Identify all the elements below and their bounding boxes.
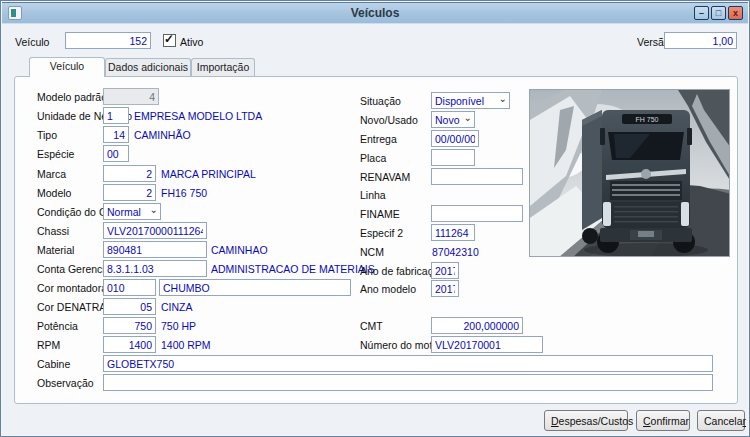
ativo-checkbox[interactable]: ✓ (163, 34, 176, 47)
rpm-input[interactable] (103, 336, 156, 353)
finame-input[interactable] (431, 205, 523, 222)
cancelar-pre: Cancela (704, 415, 743, 427)
especie-input[interactable] (103, 145, 129, 162)
tipo-input[interactable] (103, 126, 129, 143)
situacao-label: Situação (360, 95, 401, 107)
linha-label: Linha (360, 189, 386, 201)
novo-usado-value: Novo (435, 114, 460, 126)
despesas-custos-mnemonic: D (551, 415, 559, 427)
observacao-label: Observação (37, 377, 94, 389)
maximize-button[interactable]: □ (711, 6, 726, 20)
marca-input[interactable] (103, 165, 156, 182)
novo-usado-select[interactable]: Novo ⌄ (431, 111, 475, 128)
close-button[interactable]: x (728, 6, 743, 20)
window-title: Veículos (2, 6, 748, 20)
cor-montadora-code-input[interactable] (103, 279, 156, 296)
chevron-down-icon: ⌄ (464, 112, 472, 123)
rpm-label: RPM (37, 339, 60, 351)
chassi-input[interactable] (103, 222, 207, 239)
cancelar-mnemonic: r (743, 415, 747, 427)
entrega-input[interactable] (431, 130, 479, 147)
tab-veiculo[interactable]: Veículo (29, 57, 105, 77)
modelo-label: Modelo (37, 187, 71, 199)
tab-importacao[interactable]: Importação (191, 58, 255, 76)
cabine-input[interactable] (103, 355, 713, 372)
vehicle-photo: FH 750 (529, 89, 730, 257)
truck-roof-badge: FH 750 (636, 116, 659, 123)
check-icon: ✓ (164, 32, 174, 46)
vehicle-window: Veículos – □ x Veículo ✓ Ativo Versão Ve… (0, 0, 750, 437)
finame-label: FINAME (360, 208, 400, 220)
confirmar-rest: onfirmar (651, 415, 690, 427)
situacao-value: Disponível (435, 95, 484, 107)
vehicle-id-input[interactable] (65, 32, 151, 49)
vehicle-label: Veículo (15, 36, 49, 48)
confirmar-mnemonic: C (643, 415, 651, 427)
ano-modelo-input[interactable] (431, 280, 459, 297)
cmt-input[interactable] (431, 317, 523, 334)
cor-montadora-label: Cor montadora (37, 282, 107, 294)
modelo-desc: FH16 750 (161, 187, 207, 199)
condicao-chassi-value: Normal (107, 206, 141, 218)
modelo-padrao-input (103, 88, 159, 105)
window-controls: – □ x (694, 6, 743, 20)
ncm-value: 87042310 (432, 246, 479, 258)
chevron-down-icon: ⌄ (499, 93, 507, 104)
marca-desc: MARCA PRINCIPAL (161, 168, 256, 180)
potencia-label: Potência (37, 320, 78, 332)
cor-denatran-desc: CINZA (161, 301, 193, 313)
unidade-negocio-input[interactable] (103, 107, 129, 124)
observacao-input[interactable] (103, 374, 713, 391)
conta-gerencial-input[interactable] (103, 260, 207, 277)
despesas-custos-button[interactable]: Despesas/Custos (544, 410, 628, 431)
chevron-down-icon: ⌄ (150, 204, 158, 215)
material-input[interactable] (103, 241, 207, 258)
ano-fabricacao-input[interactable] (431, 262, 459, 279)
tipo-desc: CAMINHÃO (134, 129, 191, 141)
numero-motor-label: Número do motor (360, 339, 442, 351)
especif2-input[interactable] (431, 224, 475, 241)
cancelar-button[interactable]: Cancelar (697, 410, 745, 431)
cmt-label: CMT (360, 320, 383, 332)
potencia-input[interactable] (103, 317, 156, 334)
placa-input[interactable] (431, 149, 475, 166)
situacao-select[interactable]: Disponível ⌄ (431, 92, 510, 109)
tipo-label: Tipo (37, 129, 57, 141)
material-label: Material (37, 244, 74, 256)
entrega-label: Entrega (360, 133, 397, 145)
renavam-label: RENAVAM (360, 171, 410, 183)
ano-modelo-label: Ano modelo (360, 283, 416, 295)
modelo-padrao-label: Modelo padrão (37, 91, 107, 103)
modelo-input[interactable] (103, 184, 156, 201)
rpm-desc: 1400 RPM (161, 339, 211, 351)
material-desc: CAMINHAO (211, 244, 268, 256)
renavam-input[interactable] (431, 168, 523, 185)
ncm-label: NCM (360, 246, 384, 258)
despesas-custos-rest: espesas/Custos (559, 415, 634, 427)
titlebar: Veículos – □ x (2, 2, 748, 24)
potencia-desc: 750 HP (161, 320, 196, 332)
cor-montadora-name-input[interactable] (159, 279, 351, 296)
numero-motor-input[interactable] (431, 336, 543, 353)
minimize-button[interactable]: – (694, 6, 709, 20)
especie-label: Espécie (37, 148, 74, 160)
conta-gerencial-desc: ADMINISTRACAO DE MATERIAIS (211, 263, 375, 275)
confirmar-button[interactable]: Confirmar (636, 410, 690, 431)
chassi-label: Chassi (37, 225, 69, 237)
tab-dados-adicionais[interactable]: Dados adicionais (105, 58, 191, 76)
unidade-negocio-desc: EMPRESA MODELO LTDA (134, 110, 262, 122)
especif2-label: Especif 2 (360, 227, 403, 239)
conta-gerencial-label: Conta Gerencial (37, 263, 113, 275)
novo-usado-label: Novo/Usado (360, 114, 418, 126)
version-input[interactable] (664, 32, 737, 49)
ativo-label: Ativo (180, 36, 203, 48)
marca-label: Marca (37, 168, 66, 180)
cor-denatran-input[interactable] (103, 298, 156, 315)
condicao-chassi-select[interactable]: Normal ⌄ (103, 203, 161, 220)
placa-label: Placa (360, 152, 386, 164)
cabine-label: Cabine (37, 358, 70, 370)
